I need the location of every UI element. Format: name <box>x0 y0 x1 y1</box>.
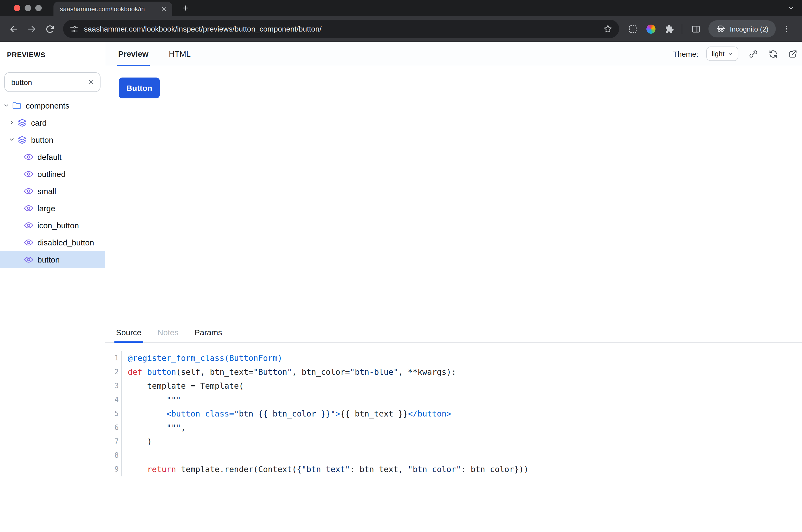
side-panel-icon[interactable] <box>691 24 701 34</box>
line-content: ) <box>122 435 152 449</box>
tree-item-disabled_button[interactable]: disabled_button <box>0 234 105 251</box>
permalink-icon[interactable] <box>748 49 758 59</box>
theme-select[interactable]: light <box>706 46 738 61</box>
new-tab-button[interactable] <box>182 4 189 12</box>
line-content: template = Template( <box>122 379 244 393</box>
preview-tree: componentscardbuttondefaultoutlinedsmall… <box>0 97 105 268</box>
previews-sidebar: PREVIEWS componentscardbuttondefaultoutl… <box>0 42 105 532</box>
tree-item-large[interactable]: large <box>0 200 105 216</box>
code-line-7: 7 ) <box>105 435 802 449</box>
code-line-8: 8 <box>105 449 802 462</box>
line-number: 2 <box>105 365 122 379</box>
site-settings-icon[interactable] <box>70 24 79 33</box>
search-clear-icon[interactable] <box>88 79 95 86</box>
tree-item-label: small <box>37 186 56 195</box>
zoom-window-button[interactable] <box>35 5 42 11</box>
address-bar[interactable]: saashammer.com/lookbook/inspect/previews… <box>63 20 619 38</box>
line-content: def button(self, btn_text="Button", btn_… <box>122 365 456 379</box>
source-panel-tabs: Source Notes Params <box>105 322 802 343</box>
search-input[interactable] <box>10 77 88 87</box>
tab-close-icon[interactable] <box>160 5 167 12</box>
chevron-down-icon[interactable] <box>3 102 9 109</box>
window-controls <box>14 0 42 16</box>
tree-item-small[interactable]: small <box>0 182 105 200</box>
line-number: 7 <box>105 435 122 449</box>
tree-item-label: default <box>37 152 61 161</box>
line-content <box>122 449 128 462</box>
header-controls: Theme: light <box>673 42 798 66</box>
reload-button[interactable] <box>41 20 59 38</box>
close-window-button[interactable] <box>14 5 20 11</box>
capture-extension-icon[interactable] <box>628 24 638 34</box>
tree-item-card[interactable]: card <box>0 114 105 131</box>
back-arrow-icon <box>8 24 18 34</box>
eye-icon <box>23 220 34 230</box>
code-line-6: 6 """, <box>105 421 802 435</box>
line-content: """, <box>122 421 186 435</box>
incognito-label: Incognito (2) <box>730 25 769 33</box>
tab-params[interactable]: Params <box>193 322 224 342</box>
browser-menu-kebab-icon[interactable] <box>782 24 791 33</box>
theme-value: light <box>712 50 724 58</box>
code-line-9: 9 return template.render(Context({"btn_t… <box>105 462 802 476</box>
browser-toolbar: saashammer.com/lookbook/inspect/previews… <box>0 16 802 42</box>
line-number: 4 <box>105 393 122 407</box>
code-line-4: 4 """ <box>105 393 802 407</box>
tree-item-icon_button[interactable]: icon_button <box>0 216 105 234</box>
toolbar-divider <box>682 24 682 34</box>
main-header: Preview HTML Theme: light <box>105 42 802 66</box>
line-content: @register_form_class(ButtonForm) <box>122 351 282 365</box>
window-titlebar: saashammer.com/lookbook/in <box>0 0 802 16</box>
tab-search-chevron-icon[interactable] <box>787 5 795 12</box>
tree-item-label: large <box>37 204 55 212</box>
rendered-button-component[interactable]: Button <box>119 78 160 98</box>
browser-tab[interactable]: saashammer.com/lookbook/in <box>54 2 172 16</box>
tab-title: saashammer.com/lookbook/in <box>60 5 157 13</box>
preview-canvas: Button <box>105 66 802 322</box>
layers-icon <box>17 134 27 145</box>
tree-item-label: card <box>31 118 46 127</box>
eye-icon <box>23 152 34 162</box>
eye-icon <box>23 186 34 196</box>
line-number: 6 <box>105 421 122 435</box>
line-number: 1 <box>105 351 122 365</box>
forward-button[interactable] <box>22 20 41 38</box>
color-wheel-extension-icon[interactable] <box>646 24 655 33</box>
tree-item-button[interactable]: button <box>0 131 105 148</box>
tree-item-components[interactable]: components <box>0 97 105 114</box>
browser-window: saashammer.com/lookbook/in <box>0 0 802 532</box>
line-number: 3 <box>105 379 122 393</box>
tab-preview[interactable]: Preview <box>117 42 149 66</box>
forward-arrow-icon <box>26 24 37 34</box>
eye-icon <box>23 237 34 247</box>
chevron-right-icon[interactable] <box>8 119 15 126</box>
open-in-new-window-icon[interactable] <box>788 49 798 59</box>
tree-item-label: icon_button <box>37 221 79 230</box>
tree-item-button[interactable]: button <box>0 251 105 268</box>
code-line-3: 3 template = Template( <box>105 379 802 393</box>
sidebar-heading: PREVIEWS <box>7 51 105 59</box>
refresh-preview-icon[interactable] <box>768 49 778 59</box>
chevron-down-icon[interactable] <box>8 136 15 143</box>
minimize-window-button[interactable] <box>24 5 31 11</box>
tab-source[interactable]: Source <box>114 322 143 342</box>
tree-item-default[interactable]: default <box>0 148 105 165</box>
extensions-puzzle-icon[interactable] <box>664 24 674 34</box>
line-number: 5 <box>105 407 122 421</box>
main-panel: Preview HTML Theme: light <box>105 42 802 532</box>
tree-item-label: outlined <box>37 169 65 178</box>
tree-item-outlined[interactable]: outlined <box>0 165 105 182</box>
tree-item-label: disabled_button <box>37 238 94 247</box>
incognito-badge[interactable]: Incognito (2) <box>708 20 776 37</box>
eye-icon <box>23 203 34 213</box>
tab-html[interactable]: HTML <box>168 42 192 66</box>
code-line-5: 5 <button class="btn {{ btn_color }}">{{… <box>105 407 802 421</box>
line-content: """ <box>122 393 181 407</box>
line-number: 8 <box>105 449 122 462</box>
back-button[interactable] <box>4 20 22 38</box>
theme-label: Theme: <box>673 50 698 58</box>
code-line-1: 1@register_form_class(ButtonForm) <box>105 351 802 365</box>
chevron-down-icon <box>728 51 733 56</box>
bookmark-star-icon[interactable] <box>603 24 613 34</box>
tab-notes[interactable]: Notes <box>156 322 180 342</box>
